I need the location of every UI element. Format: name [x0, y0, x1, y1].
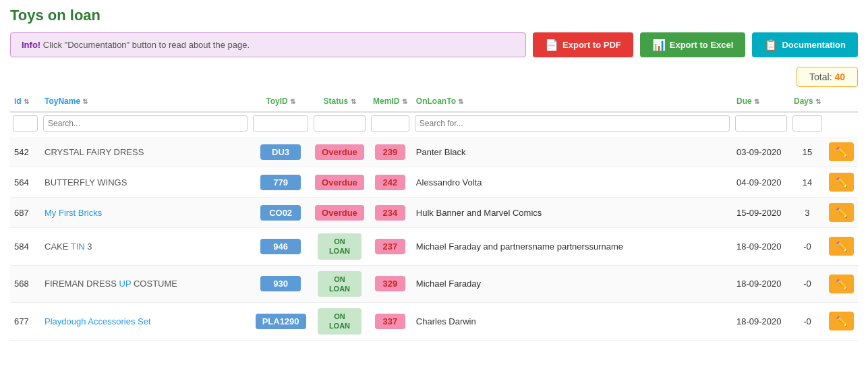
- cell-days: -0: [790, 265, 825, 303]
- cell-memid: 239: [368, 137, 412, 167]
- cell-toyname: BUTTERFLY WINGS: [40, 167, 250, 198]
- pdf-icon: 📄: [545, 38, 558, 51]
- documentation-button[interactable]: 📋 Documentation: [752, 32, 858, 57]
- toyname-highlight: TIN: [71, 241, 85, 252]
- cell-id: 564: [10, 167, 40, 198]
- memid-badge: 337: [375, 314, 405, 329]
- cell-toyid: 930: [250, 265, 311, 303]
- cell-due: 18-09-2020: [732, 228, 790, 266]
- cell-toyid: DU3: [250, 137, 311, 167]
- table-body: 542CRYSTAL FAIRY DRESSDU3Overdue239Pante…: [10, 137, 858, 340]
- status-badge: ONLOAN: [318, 308, 361, 335]
- cell-action: ✏️: [825, 265, 858, 303]
- cell-onloanto: Michael Faraday and partnersname partner…: [412, 228, 732, 266]
- cell-toyid: PLA1290: [250, 303, 311, 341]
- col-header-toyid[interactable]: ToyID ⇅: [250, 91, 311, 112]
- cell-id: 687: [10, 198, 40, 228]
- cell-due: 18-09-2020: [732, 303, 790, 341]
- page-container: Toys on loan Info! Click "Documentation"…: [0, 0, 868, 347]
- cell-id: 568: [10, 265, 40, 303]
- cell-onloanto: Hulk Banner and Marvel Comics: [412, 198, 732, 228]
- excel-icon: 📊: [652, 38, 666, 51]
- export-excel-button[interactable]: 📊 Export to Excel: [640, 32, 746, 57]
- col-header-action: [825, 91, 858, 112]
- edit-button[interactable]: ✏️: [829, 142, 854, 161]
- cell-days: -0: [790, 303, 825, 341]
- edit-button[interactable]: ✏️: [829, 203, 854, 222]
- toyname-text: CAKE: [45, 241, 71, 252]
- filter-toyid-cell: [250, 112, 311, 137]
- cell-days: 14: [790, 167, 825, 198]
- toyid-badge: 946: [260, 239, 301, 254]
- cell-onloanto: Panter Black: [412, 137, 732, 167]
- cell-toyname: CAKE TIN 3: [40, 228, 250, 266]
- cell-memid: 242: [368, 167, 412, 198]
- cell-toyid: 946: [250, 228, 311, 266]
- cell-toyid: 779: [250, 167, 311, 198]
- filter-memid-input[interactable]: [371, 115, 409, 132]
- export-pdf-button[interactable]: 📄 Export to PDF: [533, 32, 633, 57]
- total-bar: Total: 40: [10, 67, 858, 87]
- toyname-text: CRYSTAL FAIRY DRESS: [45, 147, 144, 157]
- toyid-badge: 779: [260, 175, 301, 190]
- toyname-link[interactable]: Playdough Accessories Set: [45, 316, 151, 326]
- edit-button[interactable]: ✏️: [829, 312, 854, 331]
- memid-badge: 234: [375, 205, 405, 221]
- cell-action: ✏️: [825, 167, 858, 198]
- col-header-toyname[interactable]: ToyName ⇅: [40, 91, 250, 112]
- filter-toyname-input[interactable]: [43, 115, 248, 132]
- cell-days: 3: [790, 198, 825, 228]
- info-text: Click "Documentation" button to read abo…: [40, 40, 250, 50]
- table-row: 687My First BricksCO02Overdue234Hulk Ban…: [10, 198, 858, 228]
- cell-due: 15-09-2020: [732, 198, 790, 228]
- cell-onloanto: Michael Faraday: [412, 265, 732, 303]
- filter-toyid-input[interactable]: [253, 115, 308, 132]
- filter-status-input[interactable]: [314, 115, 366, 132]
- col-header-due[interactable]: Due ⇅: [732, 91, 790, 112]
- cell-status: ONLOAN: [311, 228, 368, 266]
- edit-button[interactable]: ✏️: [829, 237, 854, 256]
- table-row: 677Playdough Accessories SetPLA1290ONLOA…: [10, 303, 858, 341]
- filter-toyname-cell: [40, 112, 250, 137]
- col-header-days[interactable]: Days ⇅: [790, 91, 825, 112]
- filter-id-cell: [10, 112, 40, 137]
- total-box: Total: 40: [797, 67, 858, 87]
- toyname-link[interactable]: My First Bricks: [45, 208, 102, 218]
- table-header-row: id ⇅ ToyName ⇅ ToyID ⇅ Status ⇅ MemID ⇅ …: [10, 91, 858, 112]
- cell-memid: 337: [368, 303, 412, 341]
- col-header-onloanto[interactable]: OnLoanTo ⇅: [412, 91, 732, 112]
- filter-id-input[interactable]: [13, 115, 38, 132]
- cell-onloanto: Alessandro Volta: [412, 167, 732, 198]
- loans-table: id ⇅ ToyName ⇅ ToyID ⇅ Status ⇅ MemID ⇅ …: [10, 91, 858, 341]
- doc-icon: 📋: [764, 38, 778, 51]
- filter-days-input[interactable]: [792, 115, 822, 132]
- filter-due-input[interactable]: [735, 115, 787, 132]
- cell-due: 18-09-2020: [732, 265, 790, 303]
- status-badge: Overdue: [315, 144, 364, 160]
- toyname-text: BUTTERFLY WINGS: [45, 177, 127, 188]
- toyid-badge: CO02: [260, 205, 301, 221]
- toyname-highlight: UP: [119, 279, 132, 289]
- col-header-status[interactable]: Status ⇅: [311, 91, 368, 112]
- filter-status-cell: [311, 112, 368, 137]
- col-header-id[interactable]: id ⇅: [10, 91, 40, 112]
- cell-action: ✏️: [825, 198, 858, 228]
- total-label: Total:: [809, 71, 832, 82]
- export-pdf-label: Export to PDF: [562, 40, 621, 50]
- toyname-text2: COSTUME: [131, 279, 177, 289]
- info-label: Info!: [22, 40, 40, 50]
- sort-icon-days: ⇅: [815, 98, 821, 105]
- edit-button[interactable]: ✏️: [829, 173, 854, 192]
- cell-days: 15: [790, 137, 825, 167]
- cell-status: ONLOAN: [311, 265, 368, 303]
- filter-onloanto-input[interactable]: [415, 115, 730, 132]
- toyname-text2: 3: [85, 241, 92, 252]
- cell-status: ONLOAN: [311, 303, 368, 341]
- col-header-memid[interactable]: MemID ⇅: [368, 91, 412, 112]
- cell-action: ✏️: [825, 228, 858, 266]
- cell-status: Overdue: [311, 137, 368, 167]
- edit-button[interactable]: ✏️: [829, 275, 854, 293]
- page-title: Toys on loan: [10, 7, 858, 24]
- memid-badge: 237: [375, 239, 405, 254]
- cell-toyname: CRYSTAL FAIRY DRESS: [40, 137, 250, 167]
